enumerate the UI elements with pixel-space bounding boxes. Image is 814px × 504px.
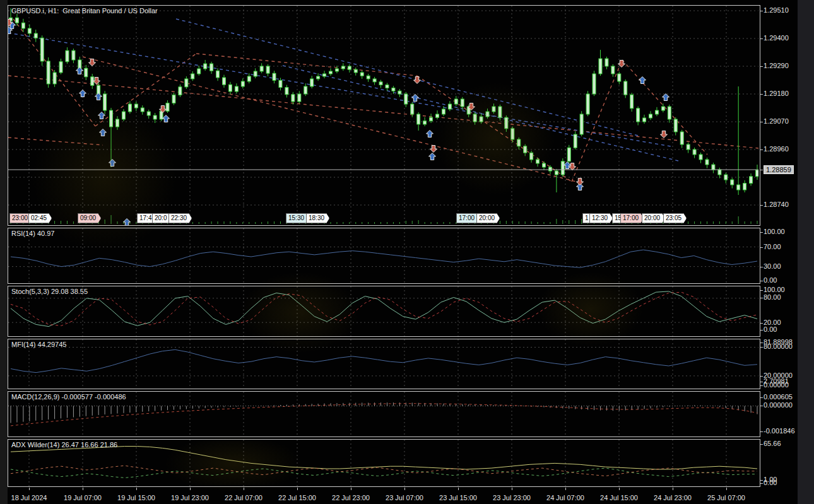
- candle-body: [329, 71, 333, 74]
- axis-price-label: 0.00: [764, 276, 777, 284]
- candle-body: [141, 108, 144, 112]
- time-flag-label: 09:00: [78, 213, 101, 223]
- candle-body: [743, 184, 746, 190]
- candle-body: [241, 81, 244, 86]
- trendline-blue: [8, 33, 671, 146]
- candle-body: [718, 170, 721, 175]
- right-margin: [798, 0, 814, 504]
- candle-body: [442, 109, 445, 114]
- axis-price-label: 1.28960: [764, 145, 789, 153]
- axis-price-label: -0.001846: [764, 427, 795, 435]
- axis-tick-mark: [760, 267, 763, 267]
- candle-body: [72, 50, 75, 60]
- mfi-pane[interactable]: MFI(14) 44.29745: [8, 339, 760, 389]
- mfi-line: [11, 349, 757, 372]
- axis-tick-mark: [760, 480, 763, 481]
- candle-body: [134, 104, 138, 108]
- candle-body: [292, 95, 295, 102]
- axis-tick-mark: [760, 406, 763, 406]
- buy-arrow-marker: [412, 95, 419, 102]
- candle-body: [555, 171, 558, 175]
- candle-body: [599, 59, 602, 74]
- trendline-red: [572, 60, 622, 182]
- candle-body: [348, 66, 351, 69]
- main-plot-svg: [8, 6, 758, 225]
- candle-body: [147, 112, 150, 115]
- sell-arrow-marker: [430, 146, 437, 153]
- candle-body: [524, 146, 527, 153]
- time-flag-label: 18:30: [306, 213, 329, 223]
- candle-body: [423, 121, 427, 124]
- axis-tick-mark: [760, 382, 763, 382]
- candle-body: [505, 117, 508, 129]
- time-flag-label: 17:00: [456, 213, 480, 223]
- axis-tick-mark: [760, 343, 763, 343]
- candle-body: [260, 66, 263, 71]
- candle-body: [304, 86, 307, 94]
- candle-body: [323, 74, 326, 76]
- candle-body: [279, 80, 282, 87]
- candle-body: [454, 99, 457, 104]
- candle-body: [341, 66, 345, 69]
- candle-body: [750, 177, 753, 184]
- sell-arrow-marker: [577, 179, 584, 185]
- time-tick-mark: [619, 488, 620, 490]
- sell-arrow-marker: [89, 59, 96, 66]
- macd-pane[interactable]: MACD(12,26,9) -0.000577 -0.000486: [8, 391, 760, 437]
- macd-label: MACD(12,26,9) -0.000577 -0.000486: [11, 393, 126, 401]
- adx-label: ADX Wilder(14) 26.47 16.66 21.86: [11, 441, 117, 448]
- buy-arrow-marker: [429, 153, 436, 160]
- candle-body: [247, 76, 251, 81]
- candle-body: [47, 61, 50, 84]
- axis-tick-mark: [760, 122, 763, 122]
- trendline-blue: [176, 19, 638, 136]
- stochastic-pane[interactable]: Stoch(5,3,3) 29.08 38.55: [8, 286, 760, 337]
- axis-price-label: 65.66: [764, 440, 781, 447]
- candle-body: [574, 134, 577, 148]
- time-tick-mark: [404, 488, 405, 490]
- stochastic-label: Stoch(5,3,3) 29.08 38.55: [11, 288, 88, 295]
- candle-body: [492, 107, 495, 112]
- candle-body: [128, 104, 131, 112]
- axis-price-label: 1.28740: [764, 201, 789, 208]
- candle-body: [567, 148, 570, 161]
- buy-arrow-marker: [639, 77, 646, 84]
- candle-body: [655, 110, 658, 114]
- candle-body: [191, 74, 194, 79]
- axis-tick-mark: [760, 323, 763, 324]
- candle-body: [605, 59, 608, 66]
- candle-body: [204, 64, 207, 69]
- candle-body: [110, 110, 113, 127]
- adx-pane[interactable]: ADX Wilder(14) 26.47 16.66 21.86: [8, 439, 760, 487]
- candle-body: [618, 74, 621, 81]
- candle-body: [448, 104, 451, 109]
- candle-body: [179, 87, 182, 95]
- trendline-red: [196, 54, 417, 76]
- axis-price-label: 80.00: [764, 293, 781, 301]
- time-flag-label: 20:00: [642, 213, 665, 223]
- candle-body: [536, 160, 540, 163]
- rsi-pane[interactable]: RSI(14) 40.97: [8, 228, 760, 284]
- candle-body: [561, 161, 564, 175]
- plus-di-line: [11, 468, 757, 478]
- main-chart-pane[interactable]: GBPUSD.i, H1: Great Britan Pound / US Do…: [8, 5, 760, 226]
- candle-body: [235, 86, 238, 91]
- candle-body: [335, 69, 338, 71]
- candle-body: [116, 119, 119, 127]
- axis-price-label: 1.29180: [764, 90, 789, 97]
- candle-body: [85, 68, 88, 77]
- time-axis-label: 22 Jul 07:00: [225, 494, 262, 501]
- candle-body: [40, 38, 44, 61]
- candle-body: [580, 114, 583, 134]
- axis-tick-mark: [760, 330, 763, 331]
- buy-arrow-marker: [124, 219, 131, 226]
- time-axis-label: 23 Jul 15:00: [439, 494, 477, 501]
- axis-price-label: 1.29510: [764, 6, 789, 14]
- axis-tick-mark: [760, 247, 763, 248]
- buy-arrow-marker: [100, 129, 107, 136]
- axis-tick-mark: [760, 232, 763, 233]
- time-axis-label: 24 Jul 15:00: [600, 494, 638, 501]
- candle-body: [436, 114, 439, 117]
- candle-body: [354, 69, 357, 73]
- rsi-label: RSI(14) 40.97: [11, 230, 54, 237]
